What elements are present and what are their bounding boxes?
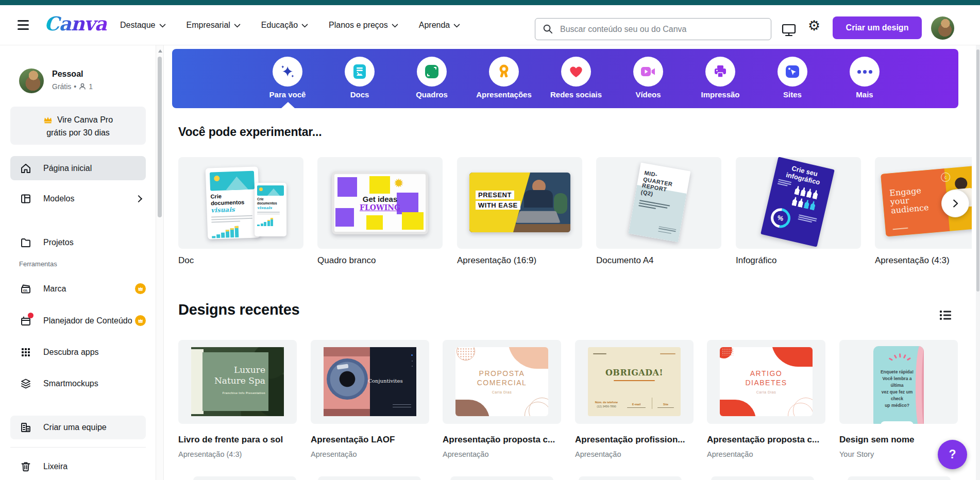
nav-item-aprenda[interactable]: Aprenda (419, 21, 460, 30)
tools-section-label: Ferramentas (19, 260, 57, 268)
recent-design-subtitle: Apresentação (443, 450, 488, 458)
search-bar[interactable] (535, 18, 771, 40)
recent-design-card[interactable]: OBRIGADA! Núm. de telefone (12) 3456-789… (575, 340, 694, 424)
partial-card (318, 476, 421, 480)
chevron-right-icon (950, 198, 961, 209)
list-view-icon[interactable] (939, 309, 952, 323)
chevron-down-icon (301, 21, 308, 28)
tab-impressao[interactable]: Impressão (687, 57, 754, 99)
c-badge: c (940, 172, 951, 182)
recent-design-card[interactable]: Conjuntivites (311, 340, 429, 424)
doc-icon (345, 57, 375, 87)
sidebar-item-pagina-inicial[interactable]: Página inicial (10, 156, 146, 180)
sidebar-item-lixeira[interactable]: Lixeira (10, 454, 146, 478)
nav-item-planos-precos[interactable]: Planos e preços (329, 21, 397, 30)
home-icon (20, 162, 32, 175)
sidebar-item-descubra-apps[interactable]: Descubra apps (10, 340, 146, 364)
try-card-label[interactable]: Apresentação (4:3) (875, 255, 950, 266)
recent-design-title[interactable]: Livro de frente para o sol (178, 435, 283, 445)
members-count: 1 (89, 82, 93, 91)
tab-quadros[interactable]: Quadros (398, 57, 465, 99)
search-input[interactable] (559, 24, 757, 35)
laof-thumb: Conjuntivites (324, 347, 416, 416)
scrollbar-up-arrow[interactable] (158, 49, 162, 53)
recent-design-card[interactable]: ARTIGO DIABETES Carla Dias (707, 340, 825, 424)
recent-design-title[interactable]: Apresentação proposta c... (443, 435, 555, 445)
user-avatar[interactable] (931, 16, 954, 40)
apps-grid-icon (20, 346, 32, 358)
try-card-quadro-branco[interactable]: ✹ Get ideas FLOWING (317, 157, 443, 249)
try-card-label[interactable]: Apresentação (16:9) (457, 255, 536, 266)
recent-design-card[interactable]: Luxure Nature Spa Franchise Info Present… (178, 340, 297, 424)
nav-item-empresarial[interactable]: Empresarial (187, 21, 240, 30)
try-card-documento-a4[interactable]: MID- QUARTER REPORT (Q2) (596, 157, 721, 249)
category-banner: Para você Docs (172, 49, 958, 108)
sidebar-item-smartmockups[interactable]: Smartmockups (10, 371, 146, 396)
try-card-infografico[interactable]: Crie seu infográfico (736, 157, 861, 249)
partial-card (848, 476, 951, 480)
notification-dot (28, 313, 33, 318)
tab-redes-sociais[interactable]: Redes sociais (543, 57, 610, 99)
obrigada-thumb: OBRIGADA! Núm. de telefone (12) 3456-789… (588, 347, 681, 416)
nav-item-educacao[interactable]: Educação (261, 21, 307, 30)
settings-gear-icon[interactable]: ⚙ (808, 18, 820, 33)
recent-design-card[interactable]: PROPOSTA COMERCIAL Carla Dias (443, 340, 561, 424)
tab-apresentacoes[interactable]: Apresentações (470, 57, 537, 99)
tab-videos[interactable]: Vídeos (615, 57, 682, 99)
sidebar-item-modelos[interactable]: Modelos (10, 186, 146, 211)
nav-item-destaque[interactable]: Destaque (120, 21, 165, 30)
help-button[interactable]: ? (938, 440, 967, 469)
hamburger-menu-icon[interactable] (18, 20, 29, 32)
luxure-thumb: Luxure Nature Spa Franchise Info Present… (191, 347, 284, 416)
tab-sites[interactable]: Sites (759, 57, 826, 99)
recent-design-title[interactable]: Apresentação proposta c... (707, 435, 819, 445)
carousel-next-button[interactable] (941, 190, 969, 217)
try-card-label[interactable]: Quadro branco (317, 255, 376, 266)
try-card-label[interactable]: Documento A4 (596, 255, 654, 266)
sidebar-item-criar-equipe[interactable]: Criar uma equipe (10, 416, 146, 439)
create-design-button[interactable]: Criar um design (833, 16, 922, 39)
sidebar-item-projetos[interactable]: Projetos (10, 230, 146, 254)
website-cursor-icon (778, 57, 807, 87)
layers-icon (20, 378, 32, 390)
chevron-down-icon (234, 21, 241, 28)
sidebar-item-planejador[interactable]: Planejador de Conteúdo (10, 308, 146, 333)
canva-pro-trial-banner[interactable]: Vire Canva Pro grátis por 30 dias (10, 107, 146, 145)
try-card-label[interactable]: Doc (178, 255, 194, 266)
scrollbar-thumb[interactable] (158, 57, 162, 217)
chevron-down-icon (392, 21, 398, 28)
profile-avatar[interactable] (19, 68, 44, 93)
browser-top-strip (0, 0, 980, 5)
templates-icon (20, 193, 32, 205)
chevron-down-icon (453, 21, 460, 28)
folder-icon (20, 236, 32, 249)
sidebar-item-marca[interactable]: co. Marca (10, 277, 146, 301)
rays-decoration (889, 354, 909, 363)
recent-design-title[interactable]: Apresentação profission... (575, 435, 685, 445)
more-dots-icon (850, 57, 880, 87)
tab-mais[interactable]: Mais (831, 57, 898, 99)
person-icon (79, 83, 86, 90)
page-scrollbar[interactable] (976, 45, 980, 480)
try-card-doc[interactable]: Crie documentos visuais Criedocumentos (178, 157, 303, 249)
try-card-apresentacao-169[interactable]: PRESENT WITH EASE (457, 157, 582, 249)
canva-logo[interactable]: Canva (44, 12, 107, 35)
recent-design-title[interactable]: Design sem nome (839, 435, 915, 445)
scrollbar-thumb[interactable] (976, 49, 979, 292)
devices-icon[interactable] (782, 24, 796, 39)
partial-card (450, 476, 553, 480)
tab-para-voce[interactable]: Para você (254, 57, 321, 99)
profile-name[interactable]: Pessoal (52, 70, 83, 79)
presentation-award-icon (489, 57, 519, 87)
recent-design-card[interactable]: Enquete rápida! Você lembra a última vez… (839, 340, 958, 424)
try-card-label[interactable]: Infográfico (736, 255, 776, 266)
pro-crown-badge (135, 315, 146, 326)
profile-plan: Grátis • 1 (52, 82, 93, 91)
svg-text:co.: co. (23, 288, 28, 292)
sidebar-scrollbar[interactable] (156, 45, 164, 480)
recent-section-title: Designs recentes (178, 301, 299, 318)
tab-docs[interactable]: Docs (326, 57, 393, 99)
recent-design-title[interactable]: Apresentação LAOF (311, 435, 395, 445)
pro-crown-badge (135, 283, 146, 294)
a4-mockup: MID- QUARTER REPORT (Q2) (629, 163, 691, 243)
